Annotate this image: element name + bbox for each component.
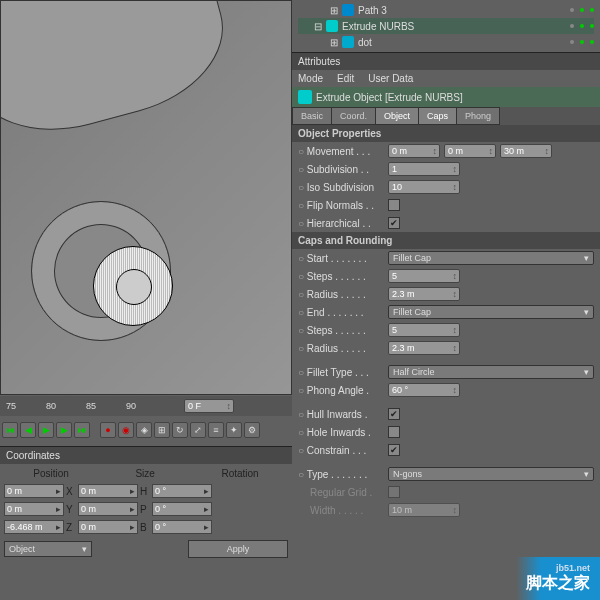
play-icon[interactable]: ▶ [38,422,54,438]
playback-toolbar: ⏮ ◀ ▶ ▶ ⏭ ● ◉ ◈ ⊞ ↻ ⤢ ≡ ✦ ⚙ [0,418,292,442]
nurbs-icon [326,20,338,32]
keyframe-icon[interactable]: ◈ [136,422,152,438]
width-field: 10 m [388,503,460,517]
record-icon[interactable]: ● [100,422,116,438]
autokey-icon[interactable]: ◉ [118,422,134,438]
rot-p-field[interactable]: 0 ° [152,502,212,516]
pos-y-field[interactable]: 0 m [4,502,64,516]
y-label: Y [66,504,76,515]
key-pos-icon[interactable]: ⊞ [154,422,170,438]
object-manager[interactable]: ⊞ Path 3 ⊟ Extrude NURBS ⊞ dot [292,0,600,52]
step-fwd-icon[interactable]: ▶ [56,422,72,438]
col-rotation: Rotation [221,468,258,479]
tab-basic[interactable]: Basic [292,107,332,125]
col-size: Size [135,468,154,479]
hierarchy-label: dot [358,37,372,48]
attr-menu-bar: Mode Edit User Data [292,70,600,87]
subdivision-field[interactable]: 1 [388,162,460,176]
movement-y-field[interactable]: 0 m [444,144,496,158]
size-z-field[interactable]: 0 m [78,520,138,534]
radius2-label: Radius . . . . . [298,343,384,354]
userdata-menu[interactable]: User Data [368,73,413,84]
tab-phong[interactable]: Phong [456,107,500,125]
radius1-label: Radius . . . . . [298,289,384,300]
tick: 85 [86,401,96,411]
key-rot-icon[interactable]: ↻ [172,422,188,438]
type-select[interactable]: N-gons [388,467,594,481]
regular-grid-label: Regular Grid . [298,487,384,498]
steps2-field[interactable]: 5 [388,323,460,337]
pos-z-field[interactable]: -6.468 m [4,520,64,534]
radius1-field[interactable]: 2.3 m [388,287,460,301]
step-back-icon[interactable]: ◀ [20,422,36,438]
rewind-start-icon[interactable]: ⏮ [2,422,18,438]
coord-mode-select[interactable]: Object [4,541,92,557]
subdivision-label: Subdivision . . [298,164,384,175]
tab-caps[interactable]: Caps [418,107,457,125]
start-select[interactable]: Fillet Cap [388,251,594,265]
radius2-field[interactable]: 2.3 m [388,341,460,355]
forward-end-icon[interactable]: ⏭ [74,422,90,438]
extrude-icon [298,90,312,104]
rot-b-field[interactable]: 0 ° [152,520,212,534]
key-param-icon[interactable]: ≡ [208,422,224,438]
coordinates-panel: Coordinates Position Size Rotation 0 mX … [0,446,292,558]
mode-menu[interactable]: Mode [298,73,323,84]
watermark-url: jb51.net [526,563,590,573]
hierarchy-label: Path 3 [358,5,387,16]
key-scale-icon[interactable]: ⤢ [190,422,206,438]
steps1-field[interactable]: 5 [388,269,460,283]
watermark-text: 脚本之家 [526,573,590,594]
timeline-ruler[interactable]: 75 80 85 90 0 F [0,396,292,416]
iso-field[interactable]: 10 [388,180,460,194]
hole-checkbox[interactable] [388,426,400,438]
end-select[interactable]: Fillet Cap [388,305,594,319]
tick: 80 [46,401,56,411]
steps2-label: Steps . . . . . . [298,325,384,336]
rot-h-field[interactable]: 0 ° [152,484,212,498]
tab-coord[interactable]: Coord. [331,107,376,125]
b-label: B [140,522,150,533]
size-x-field[interactable]: 0 m [78,484,138,498]
selected-mesh[interactable] [93,246,173,326]
col-position: Position [33,468,69,479]
constrain-label: Constrain . . . [298,445,384,456]
type-label: Type . . . . . . . [298,469,384,480]
hierarchy-item-extrude[interactable]: ⊟ Extrude NURBS [298,18,594,34]
movement-label: Movement . . . [298,146,384,157]
hierarchical-checkbox[interactable]: ✔ [388,217,400,229]
size-y-field[interactable]: 0 m [78,502,138,516]
viewport-content[interactable] [1,1,291,394]
hole-label: Hole Inwards . [298,427,384,438]
tab-object[interactable]: Object [375,107,419,125]
steps1-label: Steps . . . . . . [298,271,384,282]
end-label: End . . . . . . . [298,307,384,318]
pos-x-field[interactable]: 0 m [4,484,64,498]
iso-label: Iso Subdivision [298,182,384,193]
flip-label: Flip Normals . . [298,200,384,211]
width-label: Width . . . . . [298,505,384,516]
movement-z-field[interactable]: 30 m [500,144,552,158]
fillet-type-select[interactable]: Half Circle [388,365,594,379]
edit-menu[interactable]: Edit [337,73,354,84]
attributes-title: Attributes [292,52,600,70]
start-label: Start . . . . . . . [298,253,384,264]
regular-grid-checkbox [388,486,400,498]
hierarchy-item-path3[interactable]: ⊞ Path 3 [298,2,594,18]
flip-checkbox[interactable] [388,199,400,211]
constrain-checkbox[interactable]: ✔ [388,444,400,456]
settings-icon[interactable]: ⚙ [244,422,260,438]
hierarchy-label: Extrude NURBS [342,21,414,32]
phong-angle-field[interactable]: 60 ° [388,383,460,397]
object-properties-title: Object Properties [292,125,600,142]
movement-x-field[interactable]: 0 m [388,144,440,158]
tick: 75 [6,401,16,411]
x-label: X [66,486,76,497]
right-panel: ⊞ Path 3 ⊟ Extrude NURBS ⊞ dot Attribute… [292,0,600,600]
apply-button[interactable]: Apply [188,540,288,558]
hull-checkbox[interactable]: ✔ [388,408,400,420]
hierarchy-item-dot[interactable]: ⊞ dot [298,34,594,50]
key-misc-icon[interactable]: ✦ [226,422,242,438]
current-frame-field[interactable]: 0 F [184,399,234,413]
viewport-3d[interactable] [0,0,292,395]
